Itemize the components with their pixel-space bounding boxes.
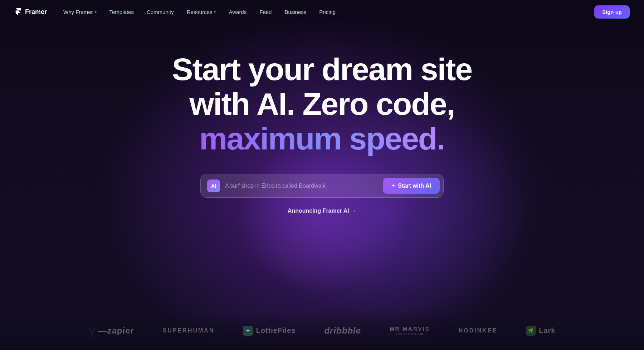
logo-superhuman: SUPERHUMAN [163,327,215,334]
nav-link-business[interactable]: Business [279,6,312,18]
nav-link-awards[interactable]: Awards [223,6,252,18]
logo-dribbble: dribbble [324,326,361,336]
hero-search-input[interactable] [225,183,378,189]
hero-title-line3: maximum speed. [172,122,472,156]
lottiefiles-icon: ✦ [243,326,253,336]
logo[interactable]: Framer [14,8,47,16]
lark-icon: 🌿 [526,326,536,336]
nav-link-feed[interactable]: Feed [254,6,277,18]
hero-section: Start your dream site with AI. Zero code… [0,24,644,214]
nav-link-community[interactable]: Community [141,6,180,18]
nav-links: Why Framer ▾ Templates Community Resourc… [58,6,341,18]
framer-logo-icon [14,8,22,16]
announcement-text: Announcing Framer AI → [288,208,356,214]
nav-link-resources[interactable]: Resources ▾ [181,6,222,18]
ai-icon: AI [207,179,220,192]
plus-icon: + [391,182,395,189]
start-with-ai-button[interactable]: + Start with AI [383,178,440,194]
logo-lottiefiles: ✦ LottieFiles [243,326,296,336]
logo-mrmarvis: MR MARVIS AMSTERDAM [390,326,430,336]
nav-link-pricing[interactable]: Pricing [313,6,341,18]
navbar: Framer Why Framer ▾ Templates Community … [0,0,644,24]
hero-search-bar: AI + Start with AI [200,174,444,198]
hero-title-line2: with AI. Zero code, [172,87,472,122]
logo-lark: 🌿 Lark [526,326,555,336]
nav-link-why-framer[interactable]: Why Framer ▾ [58,6,102,18]
chevron-down-icon-resources: ▾ [214,10,216,14]
nav-link-templates[interactable]: Templates [104,6,140,18]
logo-text: Framer [25,8,47,16]
logos-strip: y —zapier SUPERHUMAN ✦ LottieFiles dribb… [0,311,644,350]
signup-button[interactable]: Sign up [594,5,630,19]
hero-title: Start your dream site with AI. Zero code… [172,52,472,156]
hero-title-line1: Start your dream site [172,52,472,87]
logo-zapier: y —zapier [89,324,134,337]
chevron-down-icon: ▾ [95,10,97,14]
logo-hodinkee: HODINKEE [459,327,497,334]
announcement-link[interactable]: Announcing Framer AI → [288,208,356,214]
